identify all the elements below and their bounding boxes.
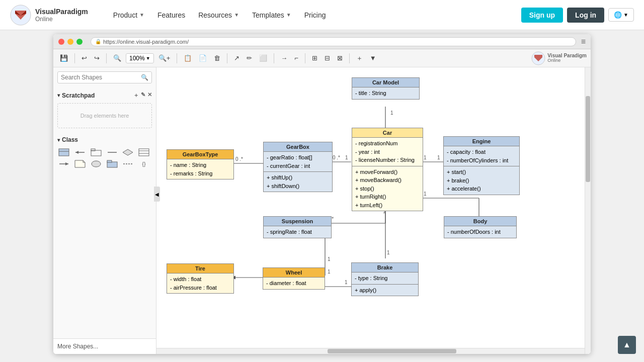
gearbox-method-1: + shiftUp() [267,173,329,182]
shape-line[interactable] [106,147,119,157]
align-button[interactable]: ⊞ [309,53,320,63]
search-button[interactable]: 🔍 [111,53,124,63]
shape-folder[interactable] [106,159,119,169]
pen-button[interactable]: ✏ [244,53,255,63]
sidebar-collapse-handle[interactable]: ◀ [154,187,160,202]
shape-arrow-right[interactable] [57,159,70,169]
pointer-button[interactable]: ↗ [231,53,242,63]
gearboxtype-attr-2: - remarks : String [170,169,230,178]
shape-ellipse[interactable] [90,159,103,169]
login-button[interactable]: Log in [567,8,604,23]
logo-area[interactable]: VisualParadigm Online [10,5,88,26]
car-attr-1: - registrationNum [355,139,420,148]
connector-button[interactable]: → [278,53,290,63]
class-gearbox[interactable]: GearBox - gearRatio : float[] - currentG… [263,142,333,192]
class-body[interactable]: Body - numberOfDoors : int [444,216,517,238]
class-tire[interactable]: Tire - width : float - airPressure : flo… [167,263,234,294]
svg-rect-24 [107,160,112,162]
shape-button[interactable]: ⬜ [257,53,270,63]
scratchpad-edit[interactable]: ✎ [141,92,145,99]
nav-features[interactable]: Features [152,8,190,22]
scratchpad-add[interactable]: ＋ [133,92,139,99]
svg-marker-13 [123,149,133,155]
nav-right: Sign up Log in 🌐 ▼ [521,8,634,23]
undo-button[interactable]: ↩ [79,53,90,63]
more-shapes-button[interactable]: More Shapes... [53,338,156,354]
shape-diamond[interactable] [121,147,134,157]
drag-area: Drag elements here [57,103,152,128]
car-method-1: + moveForward() [355,168,420,176]
diagram-canvas[interactable]: 1 0..* 0 .* 1 0 .* 1 1 1.* 1 [156,67,591,354]
class-suspension[interactable]: Suspension - springRate : float [263,216,332,238]
class-tire-attrs: - width : float - airPressure : float [167,274,233,293]
scrollbar-horizontal[interactable] [156,348,585,354]
toolbar: 💾 ↩ ↪ 🔍 100% ▼ 🔍+ 📋 📄 🗑 ↗ ✏ ⬜ → ⌐ ⊞ ⊟ ⊠ … [53,49,591,67]
shape-note[interactable] [73,159,87,169]
suspension-attr-1: - springRate : float [267,228,328,236]
search-box[interactable]: 🔍 [57,71,152,83]
note-icon [74,160,86,168]
delete-button[interactable]: 🗑 [211,53,223,63]
save-button[interactable]: 💾 [57,53,70,63]
order-button[interactable]: ⊠ [335,53,345,63]
shape-arrow-left[interactable] [73,147,87,157]
class-car-model[interactable]: Car Model - title : String [352,77,420,100]
copy-button[interactable]: 📋 [181,53,194,63]
nav-pricing[interactable]: Pricing [299,8,331,22]
route-button[interactable]: ⌐ [292,53,301,63]
gearbox-attr-2: - currentGear : int [267,162,329,170]
address-bar[interactable]: 🔒 https://online.visual-paradigm.com/ [91,37,576,46]
shape-dashed-line[interactable] [121,159,134,169]
app-window: 🔒 https://online.visual-paradigm.com/ ≡ … [53,34,591,354]
nav-product[interactable]: Product ▼ [108,8,149,22]
window-titlebar: 🔒 https://online.visual-paradigm.com/ ≡ [53,34,591,49]
resources-arrow: ▼ [234,12,239,18]
window-maximize-btn[interactable] [76,39,83,45]
wheel-attr-1: - diameter : float [266,279,321,288]
scratchpad-toggle[interactable]: ▾ [57,93,60,98]
search-input[interactable] [61,74,141,81]
nav-resources[interactable]: Resources ▼ [193,8,244,22]
class-car[interactable]: Car - registrationNum - year : int - lic… [352,128,423,211]
product-arrow: ▼ [139,12,144,18]
nav-templates[interactable]: Templates ▼ [247,8,296,22]
redo-button[interactable]: ↪ [92,53,102,63]
folder-icon [107,160,118,168]
class-toggle[interactable]: ▾ [57,137,60,143]
scroll-thumb-h[interactable] [328,349,456,353]
shape-package[interactable] [90,147,103,157]
class-gearbox-attrs: - gearRatio : float[] - currentGear : in… [264,152,332,172]
class-engine[interactable]: Engine - capacity : float - numberOfCyli… [443,136,520,195]
class-shapes: {} [57,145,152,171]
class-brake[interactable]: Brake - type : String + apply() [351,262,419,296]
zoom-in-button[interactable]: 🔍+ [156,53,173,63]
class-car-attrs: - registrationNum - year : int - license… [352,138,423,166]
paste-button[interactable]: 📄 [196,53,209,63]
class-gearboxtype[interactable]: GearBoxType - name : String - remarks : … [167,149,234,179]
zoom-arrow: ▼ [146,56,150,61]
hamburger-menu[interactable]: ≡ [581,37,586,46]
group-button[interactable]: ⊟ [322,53,333,63]
more-button[interactable]: ▼ [367,53,379,63]
scratchpad-close[interactable]: ✕ [147,92,152,99]
search-icon: 🔍 [141,74,148,81]
shape-interface[interactable] [137,147,150,157]
signup-button[interactable]: Sign up [521,8,563,23]
add-button[interactable]: ＋ [354,52,365,64]
window-minimize-btn[interactable] [67,39,73,45]
class-wheel[interactable]: Wheel - diameter : float [263,267,325,290]
window-close-btn[interactable] [58,39,64,45]
navbar: VisualParadigm Online Product ▼ Features… [0,0,644,30]
logo-sub: Online [35,16,88,23]
class-brake-methods: + apply() [352,285,418,296]
svg-marker-9 [75,151,78,154]
templates-arrow: ▼ [286,12,291,18]
scroll-to-top-button[interactable]: ▲ [618,336,636,354]
engine-attr-1: - capacity : float [447,148,516,156]
class-body-header: Body [444,217,516,226]
language-button[interactable]: 🌐 ▼ [608,8,634,22]
shape-text[interactable]: {} [137,159,150,169]
scrollbar-vertical[interactable] [585,67,591,354]
scroll-thumb-v[interactable] [586,96,590,182]
shape-class[interactable] [57,147,70,157]
